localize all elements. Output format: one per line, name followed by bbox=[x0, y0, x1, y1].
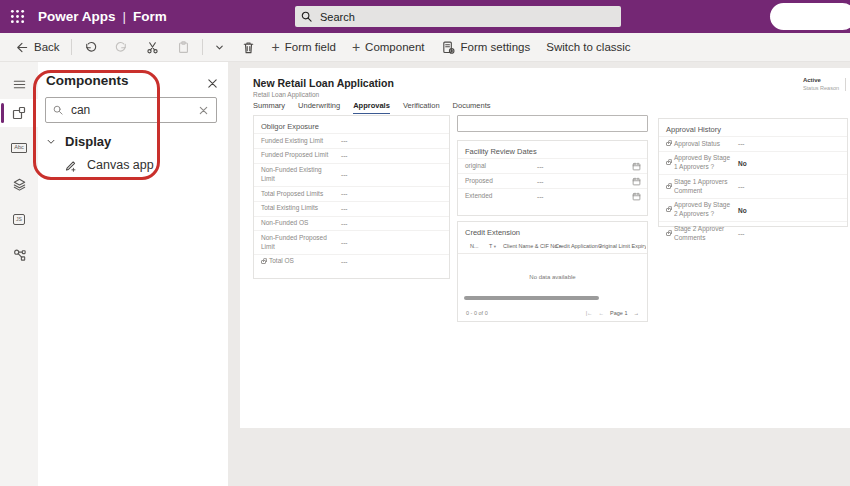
code-component-icon: JS bbox=[13, 214, 26, 225]
brand-separator: | bbox=[123, 9, 127, 24]
component-search-box[interactable] bbox=[45, 97, 217, 123]
rail-tree-button[interactable] bbox=[0, 240, 38, 268]
clear-search-button[interactable] bbox=[198, 105, 209, 116]
delete-button[interactable] bbox=[233, 33, 264, 61]
tab-underwriting[interactable]: Underwriting bbox=[298, 101, 340, 114]
field-row[interactable]: Non-Funded Existing Limit--- bbox=[254, 163, 449, 187]
horizontal-scrollbar[interactable] bbox=[464, 296, 599, 300]
command-bar: Back + Form field + Component bbox=[0, 33, 850, 62]
canvas-app-item[interactable]: Canvas app bbox=[64, 158, 154, 172]
component-label: Component bbox=[365, 41, 424, 53]
undo-button[interactable] bbox=[75, 33, 106, 61]
tab-approvals[interactable]: Approvals bbox=[353, 101, 390, 114]
page-title: Form bbox=[133, 9, 167, 24]
waffle-menu-icon[interactable] bbox=[0, 0, 34, 33]
empty-grid-message: No data available bbox=[458, 274, 647, 280]
component-button[interactable]: + Component bbox=[344, 33, 433, 61]
paste-button[interactable] bbox=[168, 33, 199, 61]
date-field-row[interactable]: Extended --- bbox=[458, 188, 647, 203]
account-pill[interactable] bbox=[770, 3, 850, 30]
form-settings-label: Form settings bbox=[461, 41, 531, 53]
canvas-app-icon bbox=[64, 158, 78, 172]
status-value: Active bbox=[803, 77, 839, 85]
back-label: Back bbox=[34, 41, 60, 53]
field-row-locked[interactable]: Total OS--- bbox=[254, 254, 449, 269]
panel-close-button[interactable] bbox=[207, 75, 218, 93]
field-row[interactable]: Total Proposed Limits--- bbox=[254, 186, 449, 201]
lock-icon bbox=[666, 185, 671, 189]
field-row-locked[interactable]: Stage 2 Approver Comments--- bbox=[659, 221, 847, 245]
cut-button[interactable] bbox=[137, 33, 168, 61]
next-page-button[interactable]: → bbox=[634, 310, 640, 316]
page-indicator: Page 1 bbox=[610, 310, 627, 316]
display-group-label: Display bbox=[65, 134, 111, 149]
switch-to-classic-button[interactable]: Switch to classic bbox=[538, 33, 638, 61]
sort-chevron-icon: ▾ bbox=[494, 244, 496, 249]
more-commands-button[interactable] bbox=[206, 33, 233, 61]
back-arrow-icon bbox=[14, 40, 29, 55]
trash-icon bbox=[241, 40, 256, 55]
facility-review-dates-section: Facility Review Dates original --- Propo… bbox=[457, 140, 648, 216]
previous-page-button[interactable]: ← bbox=[599, 310, 605, 316]
field-row-locked[interactable]: Approved By Stage 2 Approvers ?No bbox=[659, 198, 847, 222]
calendar-icon[interactable] bbox=[632, 162, 641, 171]
layers-icon bbox=[12, 177, 27, 192]
record-range: 0 - 0 of 0 bbox=[466, 310, 488, 316]
empty-text-field[interactable] bbox=[457, 115, 648, 132]
grid-footer: 0 - 0 of 0 |← ← Page 1 → bbox=[458, 310, 647, 316]
search-icon bbox=[301, 11, 312, 22]
date-field-row[interactable]: Proposed --- bbox=[458, 173, 647, 188]
design-canvas: New Retail Loan Application Retail Loan … bbox=[228, 62, 850, 486]
rail-components-button[interactable] bbox=[0, 99, 38, 127]
column-header[interactable]: Original Limit Expiry. bbox=[598, 243, 646, 249]
field-row-locked[interactable]: Stage 1 Approvers Comment--- bbox=[659, 174, 847, 198]
form-field-button[interactable]: + Form field bbox=[264, 33, 344, 61]
app-window: Power Apps | Form Back bbox=[0, 0, 850, 486]
field-row[interactable]: Funded Existing Limit--- bbox=[254, 133, 449, 148]
calendar-icon[interactable] bbox=[632, 192, 641, 201]
flow-tree-icon bbox=[12, 247, 27, 262]
lock-icon bbox=[666, 232, 671, 236]
divider bbox=[202, 39, 203, 55]
rail-fields-button[interactable]: Abc bbox=[0, 134, 38, 162]
field-row[interactable]: Non-Funded OS--- bbox=[254, 216, 449, 231]
first-page-button[interactable]: |← bbox=[586, 310, 593, 316]
column-header[interactable]: Credit Application ▾ bbox=[555, 243, 602, 249]
field-row[interactable]: Total Existing Limits--- bbox=[254, 201, 449, 216]
rail-layers-button[interactable] bbox=[0, 170, 38, 198]
global-search-box[interactable] bbox=[295, 6, 621, 27]
form-title: New Retail Loan Application bbox=[253, 77, 394, 89]
display-group-header[interactable]: Display bbox=[46, 134, 111, 149]
field-row[interactable]: Funded Proposed Limit--- bbox=[254, 148, 449, 163]
form-settings-button[interactable]: Form settings bbox=[433, 33, 539, 61]
column-header[interactable]: N... bbox=[470, 243, 479, 249]
calendar-icon[interactable] bbox=[632, 177, 641, 186]
redo-button[interactable] bbox=[106, 33, 137, 61]
components-panel: Components Display Canvas app bbox=[38, 62, 228, 486]
text-field-icon: Abc bbox=[11, 143, 26, 153]
section-title: Credit Extension bbox=[458, 222, 647, 239]
field-row-locked[interactable]: Approval Status--- bbox=[659, 136, 847, 151]
global-search-input[interactable] bbox=[318, 10, 615, 24]
form-status: Active Status Reason bbox=[803, 77, 846, 92]
column-header[interactable]: Client Name & CIF No ▾ bbox=[503, 243, 561, 249]
tab-documents[interactable]: Documents bbox=[453, 101, 491, 114]
back-button[interactable]: Back bbox=[6, 33, 68, 61]
lock-icon bbox=[666, 161, 671, 165]
field-row[interactable]: Non-Funded Proposed Limit--- bbox=[254, 230, 449, 254]
obligor-exposure-section: Obligor Exposure Funded Existing Limit--… bbox=[253, 115, 450, 279]
section-title: Facility Review Dates bbox=[458, 141, 647, 158]
field-row-locked[interactable]: Approved By Stage 1 Approvers ?No bbox=[659, 151, 847, 175]
tab-summary[interactable]: Summary bbox=[253, 101, 285, 114]
component-search-input[interactable] bbox=[69, 102, 198, 118]
grid-header: N... T ▾ Client Name & CIF No ▾ Credit A… bbox=[458, 241, 647, 254]
date-field-row[interactable]: original --- bbox=[458, 158, 647, 173]
undo-icon bbox=[83, 40, 98, 55]
form-tabs: Summary Underwriting Approvals Verificat… bbox=[253, 101, 491, 114]
components-icon bbox=[11, 105, 27, 121]
column-header[interactable]: T ▾ bbox=[489, 243, 496, 249]
canvas-app-label: Canvas app bbox=[87, 158, 154, 172]
rail-code-button[interactable]: JS bbox=[0, 205, 38, 233]
tab-verification[interactable]: Verification bbox=[403, 101, 440, 114]
collapse-menu-button[interactable] bbox=[0, 70, 38, 98]
